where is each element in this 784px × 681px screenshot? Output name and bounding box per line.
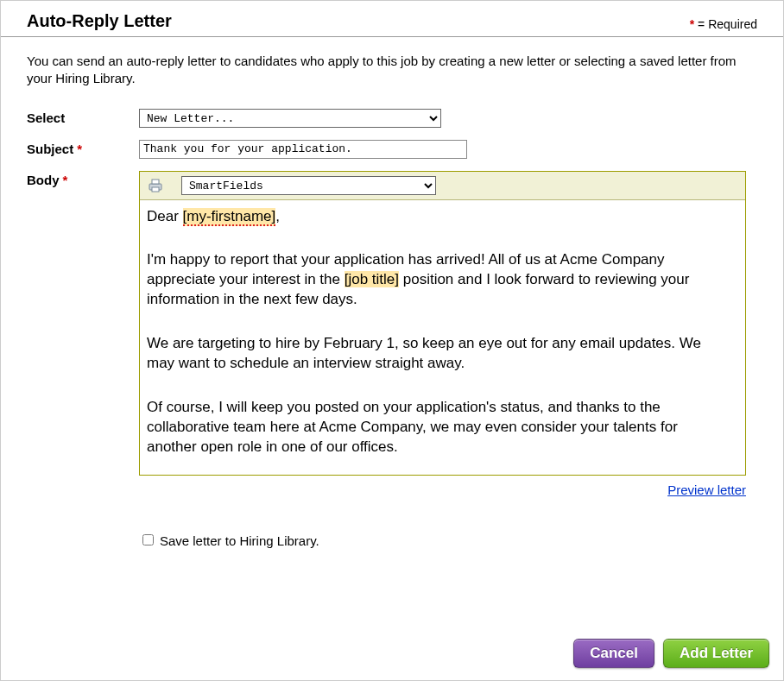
auto-reply-panel: Auto-Reply Letter * = Required You can s… [0,0,784,681]
intro-text: You can send an auto-reply letter to can… [27,53,757,88]
row-body: Body* SmartFields [27,171,757,548]
add-letter-button[interactable]: Add Letter [663,639,769,668]
body-p3: Of course, I will keep you posted on you… [147,398,731,457]
preview-row: Preview letter [139,476,746,497]
required-star-icon: * [77,142,82,156]
token-my-firstname: [my-firstname] [183,208,276,226]
page-title: Auto-Reply Letter [27,11,172,31]
panel-header: Auto-Reply Letter * = Required [1,1,783,37]
svg-rect-1 [152,180,159,184]
row-select: Select New Letter... [27,109,757,128]
editor-toolbar: SmartFields [140,172,745,200]
printer-icon[interactable] [147,179,164,192]
save-library-row: Save letter to Hiring Library. [139,532,757,548]
token-job-title: [job title] [345,271,399,287]
body-p2: We are targeting to hire by February 1, … [147,334,731,374]
label-body: Body* [27,171,139,187]
cancel-button[interactable]: Cancel [573,639,654,668]
body-greeting: Dear [my-firstname], [147,207,731,227]
letter-select[interactable]: New Letter... [139,109,441,128]
button-bar: Cancel Add Letter [573,639,769,668]
panel-content: You can send an auto-reply letter to can… [1,37,783,548]
label-select: Select [27,109,139,125]
save-library-checkbox[interactable] [142,534,154,545]
label-subject: Subject* [27,140,139,156]
rich-editor: SmartFields Dear [my-firstname], I'm hap… [139,171,746,476]
required-star-icon: * [63,173,68,187]
svg-rect-2 [152,187,159,192]
body-p1: I'm happy to report that your applicatio… [147,250,731,310]
row-subject: Subject* [27,140,757,159]
smartfields-select[interactable]: SmartFields [181,176,436,195]
required-legend: * = Required [690,17,757,31]
subject-input[interactable] [139,140,467,159]
editor-body[interactable]: Dear [my-firstname], I'm happy to report… [140,200,745,475]
save-library-label[interactable]: Save letter to Hiring Library. [160,533,319,548]
preview-letter-link[interactable]: Preview letter [667,482,746,497]
